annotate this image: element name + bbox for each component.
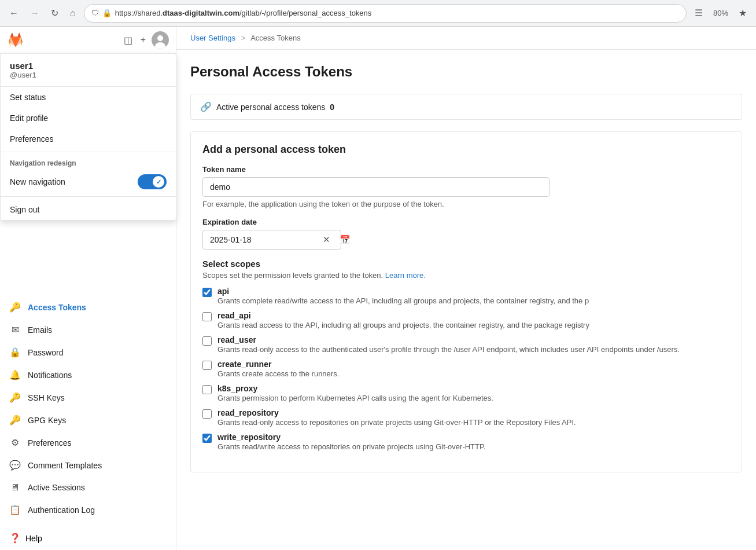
- dropdown-preferences[interactable]: Preferences: [1, 129, 176, 149]
- sidebar-item-comment-templates[interactable]: 💬 Comment Templates: [0, 454, 176, 476]
- page-content: Personal Access Tokens 🔗 Active personal…: [176, 50, 756, 486]
- url-path: /gitlab/-/profile/personal_access_tokens: [239, 9, 371, 17]
- sidebar-item-authentication-log[interactable]: 📋 Authentication Log: [0, 498, 176, 521]
- authentication-log-icon: 📋: [9, 504, 21, 515]
- scope-checkbox-read_api[interactable]: [202, 312, 212, 321]
- gpg-keys-icon: 🔑: [9, 415, 21, 426]
- sidebar-item-label-ssh-keys: SSH Keys: [28, 393, 65, 402]
- active-tokens-count: 0: [330, 102, 334, 112]
- scope-checkbox-k8s_proxy[interactable]: [202, 385, 212, 394]
- lock-icon: 🔒: [102, 9, 112, 17]
- scope-desc-create_runner: Grants create access to the runners.: [217, 369, 339, 378]
- scope-checkbox-api[interactable]: [202, 288, 212, 297]
- dropdown-divider-2: [1, 196, 176, 197]
- sidebar-item-label-password: Password: [28, 348, 63, 357]
- sidebar-item-label-emails: Emails: [28, 325, 52, 335]
- forward-button[interactable]: →: [27, 6, 43, 21]
- sidebar-item-gpg-keys[interactable]: 🔑 GPG Keys: [0, 409, 176, 431]
- home-button[interactable]: ⌂: [67, 6, 79, 21]
- scope-name-api: api: [217, 287, 730, 296]
- sidebar-item-active-sessions[interactable]: 🖥 Active Sessions: [0, 476, 176, 498]
- active-tokens-bar: 🔗 Active personal access tokens 0: [190, 94, 742, 120]
- sidebar-header-actions: ◫ +: [121, 31, 169, 49]
- scope-desc-api: Grants complete read/write access to the…: [217, 296, 589, 305]
- comment-templates-icon: 💬: [9, 460, 21, 471]
- breadcrumb-parent[interactable]: User Settings: [190, 34, 235, 42]
- scope-name-read_repository: read_repository: [217, 408, 730, 417]
- dropdown-set-status[interactable]: Set status: [1, 87, 176, 108]
- calendar-btn[interactable]: 📅: [335, 231, 355, 248]
- dropdown-edit-profile[interactable]: Edit profile: [1, 108, 176, 129]
- scope-name-read_user: read_user: [217, 335, 730, 344]
- new-item-btn[interactable]: +: [138, 32, 148, 47]
- sidebar-nav-section: 🔑 Access Tokens ✉ Emails 🔒 Password 🔔 No…: [0, 291, 176, 526]
- emails-icon: ✉: [9, 324, 21, 335]
- sidebar-item-notifications[interactable]: 🔔 Notifications: [0, 364, 176, 386]
- scope-desc-k8s_proxy: Grants permission to perform Kubernetes …: [217, 394, 493, 402]
- dropdown-divider-1: [1, 152, 176, 152]
- scope-item-read_user: read_userGrants read-only access to the …: [202, 335, 730, 354]
- svg-point-1: [157, 35, 163, 41]
- sidebar-toggle-btn[interactable]: ◫: [121, 32, 135, 48]
- scopes-learn-more[interactable]: Learn more.: [385, 271, 426, 280]
- token-name-input[interactable]: [202, 177, 550, 197]
- form-section-title: Add a personal access token: [202, 144, 730, 156]
- scope-desc-read_user: Grants read-only access to the authentic…: [217, 345, 680, 354]
- main-content: User Settings > Access Tokens Personal A…: [176, 27, 756, 550]
- breadcrumb: User Settings > Access Tokens: [176, 27, 756, 50]
- sidebar-item-label-active-sessions: Active Sessions: [28, 483, 85, 492]
- help-section[interactable]: ❓ Help: [0, 526, 176, 550]
- url-prefix: https://shared.: [115, 9, 163, 17]
- url-domain: dtaas-digitaltwin.com: [163, 9, 239, 17]
- scope-item-read_api: read_apiGrants read access to the API, i…: [202, 311, 730, 329]
- user-avatar[interactable]: [152, 31, 169, 49]
- scopes-title: Select scopes: [202, 259, 730, 269]
- scope-name-k8s_proxy: k8s_proxy: [217, 384, 730, 393]
- scope-item-write_repository: write_repositoryGrants read/write access…: [202, 432, 730, 451]
- bookmark-button[interactable]: ★: [735, 5, 750, 21]
- back-button[interactable]: ←: [6, 6, 22, 21]
- sidebar-item-label-authentication-log: Authentication Log: [28, 505, 95, 515]
- scope-item-read_repository: read_repositoryGrants read-only access t…: [202, 408, 730, 427]
- scopes-list: apiGrants complete read/write access to …: [202, 287, 730, 451]
- sidebar-item-ssh-keys[interactable]: 🔑 SSH Keys: [0, 386, 176, 409]
- dropdown-handle: @user1: [10, 71, 167, 79]
- scope-checkbox-write_repository[interactable]: [202, 434, 212, 443]
- breadcrumb-current: Access Tokens: [250, 34, 300, 42]
- scopes-group: Select scopes Scopes set the permission …: [202, 259, 730, 451]
- sidebar-item-label-notifications: Notifications: [28, 371, 72, 380]
- nav-redesign-label: Navigation redesign: [1, 155, 176, 170]
- token-name-label: Token name: [202, 165, 730, 174]
- scope-desc-read_api: Grants read access to the API, including…: [217, 321, 589, 329]
- scope-name-read_api: read_api: [217, 311, 730, 320]
- new-navigation-toggle[interactable]: ✓: [138, 174, 167, 189]
- toggle-checkmark: ✓: [156, 178, 161, 186]
- sidebar-item-emails[interactable]: ✉ Emails: [0, 318, 176, 341]
- address-bar[interactable]: 🛡 🔒 https://shared.dtaas-digitaltwin.com…: [84, 4, 687, 23]
- scope-item-create_runner: create_runnerGrants create access to the…: [202, 360, 730, 378]
- scope-desc-write_repository: Grants read/write access to repositories…: [217, 442, 486, 451]
- reader-mode-button[interactable]: ☰: [691, 5, 706, 21]
- sidebar-item-preferences[interactable]: ⚙ Preferences: [0, 431, 176, 454]
- scope-checkbox-read_repository[interactable]: [202, 409, 212, 419]
- dropdown-menu: user1 @user1 Set status Edit profile Pre…: [0, 53, 176, 221]
- expiration-date-input[interactable]: [203, 230, 318, 249]
- link-icon: 🔗: [200, 101, 212, 112]
- new-navigation-label: New navigation: [10, 177, 65, 186]
- clear-date-btn[interactable]: ✕: [318, 231, 335, 248]
- sidebar-item-password[interactable]: 🔒 Password: [0, 341, 176, 364]
- dropdown-user-info: user1 @user1: [1, 54, 176, 87]
- app-container: ◫ + user1 @user1 Set status Edit profile: [0, 27, 756, 550]
- scope-name-write_repository: write_repository: [217, 432, 730, 442]
- dropdown-sign-out[interactable]: Sign out: [1, 199, 176, 220]
- scope-item-k8s_proxy: k8s_proxyGrants permission to perform Ku…: [202, 384, 730, 402]
- sidebar-item-access-tokens[interactable]: 🔑 Access Tokens: [0, 296, 176, 318]
- scope-checkbox-read_user[interactable]: [202, 336, 212, 346]
- scopes-help-text: Scopes set the permission levels granted…: [202, 271, 383, 280]
- preferences-icon: ⚙: [9, 437, 21, 448]
- scope-checkbox-create_runner[interactable]: [202, 361, 212, 370]
- active-tokens-label: Active personal access tokens: [216, 102, 325, 112]
- help-label: Help: [25, 534, 42, 543]
- date-input-wrapper: ✕ 📅: [202, 230, 341, 250]
- reload-button[interactable]: ↻: [47, 5, 62, 21]
